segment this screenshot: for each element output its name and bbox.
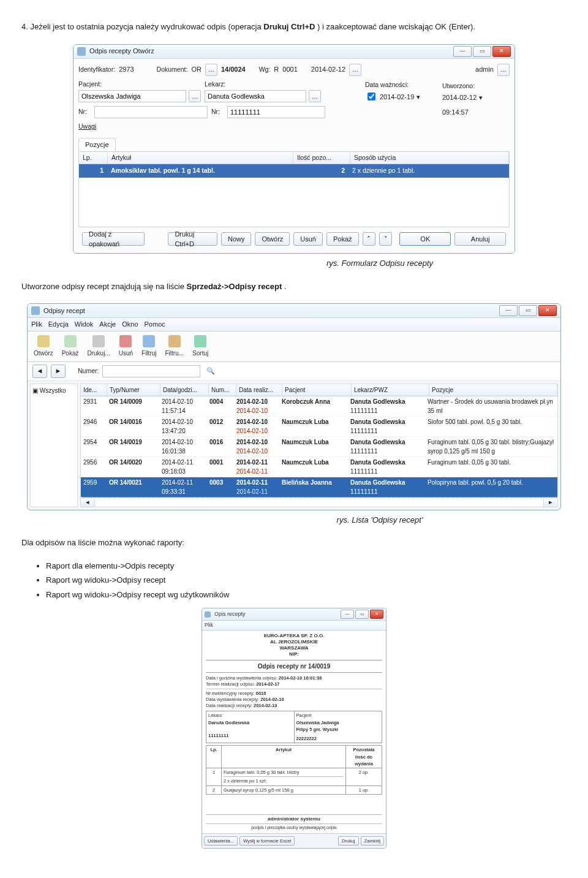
list-minimize-button[interactable]: — [499, 305, 518, 316]
wg-label: Wg: [259, 65, 271, 75]
tool-sortuj[interactable]: Sortuj [192, 335, 208, 358]
tool-otworz[interactable]: Otwórz [34, 335, 53, 358]
up-button[interactable]: ˄ [363, 232, 375, 246]
rl5-val: 2014-02-10 [254, 703, 277, 708]
list-row[interactable]: 2954OR 14/00192014-02-1016:01:3800162014… [81, 437, 557, 457]
lh-lek: Lekarz/PWZ [352, 384, 429, 396]
cell-il: 2 [292, 165, 349, 176]
cell-lp: 1 [79, 165, 107, 176]
pacjent-picker[interactable]: … [189, 90, 201, 102]
rt-lp: Lp. [206, 746, 222, 768]
rep-company1: EURO-APTEKA SP. Z O.O. [206, 633, 382, 639]
form-window: Odpis recepty Otwórz — ▭ ✕ Identyfikator… [73, 44, 515, 254]
list-row[interactable]: 2946OR 14/00162014-02-1013:47:2000122014… [81, 417, 557, 437]
datawaz-dropdown-icon[interactable]: ▾ [417, 92, 420, 102]
menu-okno[interactable]: Okno [122, 319, 138, 330]
menu-plik[interactable]: Plik [31, 319, 42, 330]
lekarz-picker[interactable]: … [309, 90, 321, 102]
tree-root-icon: ▣ [32, 387, 38, 394]
lh-pac: Pacjent [282, 384, 352, 396]
report-maximize-button[interactable]: ▭ [355, 610, 369, 619]
maximize-button[interactable]: ▭ [473, 46, 491, 57]
anuluj-button[interactable]: Anuluj [454, 232, 506, 246]
report-menu-plik[interactable]: Plik [205, 621, 213, 629]
user-picker[interactable]: … [497, 64, 510, 76]
minimize-button[interactable]: — [453, 46, 472, 57]
list-maximize-button[interactable]: ▭ [519, 305, 537, 316]
list-row[interactable]: 2959OR 14/00212014-02-1109:33:3100032014… [81, 477, 557, 498]
menu-akcje[interactable]: Akcje [99, 319, 116, 330]
lekarz-input[interactable] [205, 90, 306, 102]
bullet-3: Raport wg widoku->Odpisy recept wg użytk… [46, 589, 567, 601]
rep-btn-excel[interactable]: Wyślij w formacie Excel [239, 836, 295, 846]
body2-suffix: . [284, 282, 287, 291]
nav-back-button[interactable]: ◄ [32, 365, 47, 378]
datawaz-label: Data ważności: [365, 80, 439, 90]
caption-1: rys. Formularz Odpisu recepty [193, 257, 567, 270]
tree-root[interactable]: Wszystko [40, 387, 66, 394]
rt-r2-art: Guajazyl syrop 0,125 g/5 ml 150 g [222, 785, 346, 794]
list-navbar: ◄ ► Numer: 🔍 [28, 362, 560, 381]
close-button[interactable]: ✕ [492, 46, 511, 57]
menu-pomoc[interactable]: Pomoc [145, 319, 165, 330]
nr1-input[interactable] [94, 106, 208, 118]
nr2-input[interactable] [227, 106, 325, 118]
otworz-button[interactable]: Otwórz [255, 232, 290, 246]
rep-btn-zamknij[interactable]: Zamknij [361, 836, 384, 846]
report-minimize-button[interactable]: — [341, 610, 354, 619]
report-footer-buttons: Ustawienia... Wyślij w formacie Excel Dr… [202, 833, 386, 848]
body2-paragraph: Utworzone odpisy recept znajdują się na … [21, 281, 567, 293]
col-art: Artykuł [108, 152, 293, 164]
utw-time: 09:14:57 [442, 107, 510, 118]
pokaz-button[interactable]: Pokaż [326, 232, 359, 246]
dok-type-picker[interactable]: … [205, 64, 217, 76]
list-row[interactable]: 2931OR 14/00092014-02-1011:57:1400042014… [81, 396, 557, 417]
tool-filtruj[interactable]: Filtruj [141, 335, 156, 358]
utw-label: Utworzono: [442, 81, 510, 91]
utw-dropdown-icon[interactable]: ▾ [479, 93, 483, 103]
dodaj-button[interactable]: Dodaj z opakowań [82, 232, 145, 246]
nav-numer-input[interactable] [102, 365, 200, 377]
col-lp: Lp. [79, 152, 108, 164]
nowy-button[interactable]: Nowy [221, 232, 252, 246]
form-titlebar: Odpis recepty Otwórz — ▭ ✕ [74, 45, 514, 59]
rep-lek-pwz: 11111111 [208, 732, 292, 739]
dok-num: 14/0024 [221, 64, 246, 75]
pozycje-tab[interactable]: Pozycje [78, 138, 116, 151]
list-close-button[interactable]: ✕ [538, 305, 557, 316]
list-row[interactable]: 2956OR 14/00202014-02-1109:18:0300012014… [81, 457, 557, 477]
lekarz-label: Lekarz: [205, 80, 321, 89]
rep-btn-ustawienia[interactable]: Ustawienia... [204, 836, 238, 846]
search-icon[interactable]: 🔍 [206, 366, 215, 376]
scroll-right-button[interactable]: ▸ [543, 498, 557, 507]
rl3-val: 0016 [256, 691, 266, 696]
rt-r2-il: 1 op. [346, 785, 382, 794]
intro-op: Drukuj Ctrl+D [263, 22, 315, 31]
report-close-button[interactable]: ✕ [370, 610, 383, 619]
rl4-val: 2014-02-10 [260, 697, 284, 702]
scroll-left-button[interactable]: ◂ [81, 498, 95, 507]
tool-filtru[interactable]: Filtru... [165, 335, 184, 358]
rep-pac-lbl: Pacjent [296, 712, 380, 719]
body3-paragraph: Dla odpisów na liście można wykonać rapo… [21, 537, 567, 549]
tool-usun[interactable]: Usuń [119, 335, 133, 358]
tool-pokaz[interactable]: Pokaż [62, 335, 79, 358]
wg-type: R [274, 64, 279, 75]
nav-fwd-button[interactable]: ► [51, 365, 66, 378]
pacjent-input[interactable] [78, 90, 186, 102]
ok-button[interactable]: OK [399, 232, 451, 246]
rep-signer: administrator systemu [206, 816, 382, 822]
rl5-lbl: Data realizacji recepty: [206, 703, 252, 708]
down-button[interactable]: ˅ [379, 232, 392, 246]
wg-date-picker[interactable]: … [349, 64, 361, 76]
drukuj-button[interactable]: Drukuj Ctrl+D [168, 232, 217, 246]
menu-widok[interactable]: Widok [75, 319, 94, 330]
grid-row-selected[interactable]: 1 Amoksiklav tabl. powl. 1 g 14 tabl. 2 … [79, 164, 509, 178]
tool-drukuj[interactable]: Drukuj... [87, 335, 110, 358]
intro-paragraph: 4. Jeżeli jest to ostatnia pozycja należ… [21, 21, 567, 33]
datawaz-checkbox[interactable] [368, 93, 375, 100]
usun-button[interactable]: Usuń [293, 232, 323, 246]
list-grid: Ide... Typ/Numer Data/godzi... Num... Da… [80, 384, 558, 507]
rep-btn-drukuj[interactable]: Drukuj [338, 836, 359, 846]
menu-edycja[interactable]: Edycja [48, 319, 69, 330]
